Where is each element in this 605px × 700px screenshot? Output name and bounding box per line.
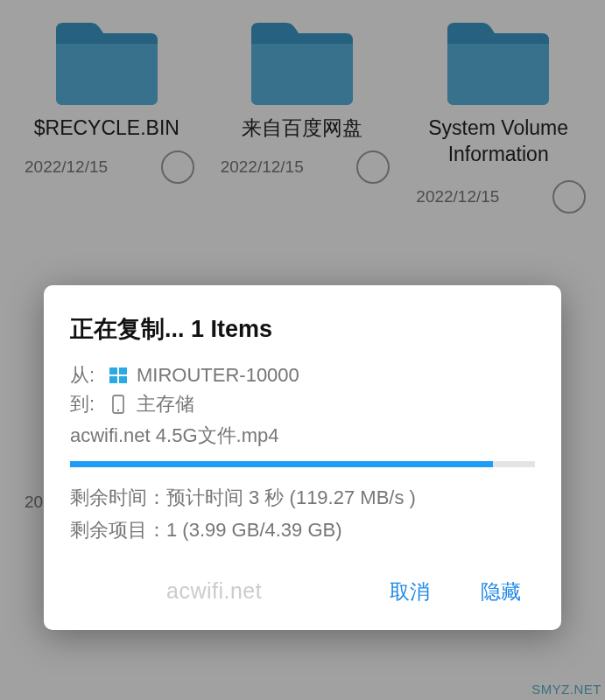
- svg-point-5: [117, 410, 119, 411]
- time-label: 剩余时间：: [70, 486, 166, 508]
- svg-rect-1: [119, 368, 127, 374]
- from-value: MIROUTER-10000: [137, 364, 299, 387]
- phone-icon: [107, 393, 130, 416]
- svg-rect-3: [119, 376, 127, 383]
- corner-watermark: SMYZ.NET: [531, 682, 601, 696]
- filename: acwifi.net 4.5G文件.mp4: [70, 423, 535, 449]
- from-row: 从: MIROUTER-10000: [70, 362, 535, 388]
- progress-track: [70, 461, 535, 467]
- to-row: 到: 主存储: [70, 391, 535, 417]
- items-remaining: 剩余项目：1 (3.99 GB/4.39 GB): [70, 514, 535, 546]
- progress-bar: [70, 461, 493, 467]
- copy-dialog: 正在复制... 1 Items 从: MIROUTER-10000 到: 主存储…: [44, 285, 561, 630]
- items-value: 1 (3.99 GB/4.39 GB): [166, 519, 342, 541]
- time-value: 预计时间 3 秒 (119.27 MB/s ): [166, 486, 416, 508]
- time-remaining: 剩余时间：预计时间 3 秒 (119.27 MB/s ): [70, 481, 535, 514]
- dialog-title: 正在复制... 1 Items: [70, 313, 535, 345]
- to-value: 主存储: [137, 391, 194, 417]
- hide-button[interactable]: 隐藏: [477, 573, 524, 611]
- windows-icon: [107, 364, 130, 387]
- cancel-button[interactable]: 取消: [386, 573, 433, 611]
- from-label: 从:: [70, 362, 100, 388]
- to-label: 到:: [70, 391, 100, 417]
- svg-rect-2: [109, 376, 117, 383]
- items-label: 剩余项目：: [70, 519, 166, 541]
- svg-rect-0: [109, 368, 117, 374]
- dialog-actions: 取消 隐藏: [70, 573, 535, 611]
- watermark: acwifi.net: [166, 578, 262, 604]
